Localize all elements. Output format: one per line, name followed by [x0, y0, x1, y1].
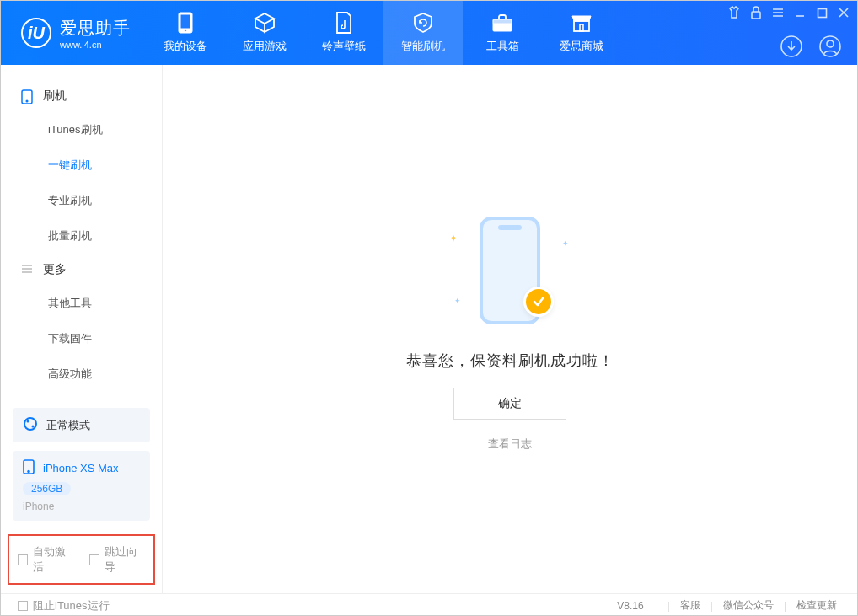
- svg-rect-1: [180, 14, 190, 29]
- svg-rect-5: [574, 21, 589, 31]
- sidebar-item-onekey-flash[interactable]: 一键刷机: [1, 147, 162, 183]
- menu-icon[interactable]: [771, 6, 785, 19]
- tab-apps[interactable]: 应用游戏: [225, 1, 304, 65]
- tab-label: 工具箱: [486, 39, 519, 54]
- footer-link-support[interactable]: 客服: [677, 598, 704, 613]
- phone-icon: [21, 89, 35, 103]
- tab-label: 智能刷机: [401, 39, 445, 54]
- sparkle-icon: ✦: [449, 233, 458, 244]
- svg-rect-4: [493, 19, 512, 24]
- checkbox-block-itunes[interactable]: 阻止iTunes运行: [18, 598, 110, 613]
- tab-toolbox[interactable]: 工具箱: [463, 1, 542, 65]
- app-name: 爱思助手: [60, 17, 131, 40]
- mode-label: 正常模式: [46, 418, 90, 433]
- svg-rect-6: [580, 24, 583, 31]
- footer-link-wechat[interactable]: 微信公众号: [720, 598, 777, 613]
- sidebar-group-flash: 刷机: [1, 80, 162, 112]
- title-bar: iU 爱思助手 www.i4.cn 我的设备 应用游戏 铃声壁纸 智能刷机 工具…: [1, 1, 857, 65]
- tab-flash[interactable]: 智能刷机: [383, 1, 463, 65]
- sparkle-icon: ✦: [562, 239, 569, 248]
- app-logo: iU 爱思助手 www.i4.cn: [1, 17, 146, 50]
- sidebar-item-other-tools[interactable]: 其他工具: [1, 286, 162, 321]
- device-phone-icon: [23, 459, 35, 477]
- mode-icon: [23, 416, 38, 434]
- svg-point-14: [24, 418, 36, 430]
- tab-label: 铃声壁纸: [322, 39, 366, 54]
- device-type: iPhone: [23, 501, 54, 512]
- svg-point-13: [26, 100, 28, 102]
- list-icon: [21, 263, 35, 276]
- app-url: www.i4.cn: [60, 40, 131, 50]
- svg-point-11: [827, 40, 834, 47]
- tab-store[interactable]: 爱思商城: [542, 1, 621, 65]
- lock-icon[interactable]: [749, 6, 763, 19]
- store-icon: [571, 12, 593, 34]
- svg-rect-8: [818, 8, 826, 17]
- toolbox-icon: [491, 12, 513, 34]
- sidebar-item-itunes-flash[interactable]: iTunes刷机: [1, 112, 162, 147]
- shirt-icon[interactable]: [727, 6, 741, 19]
- svg-point-15: [27, 420, 29, 423]
- svg-point-10: [820, 36, 840, 56]
- tab-device[interactable]: 我的设备: [146, 1, 225, 65]
- mode-card[interactable]: 正常模式: [13, 408, 150, 442]
- main-area: ✦ ✦ ✦ 恭喜您，保资料刷机成功啦！ 确定 查看日志: [163, 65, 857, 593]
- group-label: 刷机: [43, 88, 67, 104]
- view-log-link[interactable]: 查看日志: [488, 437, 532, 452]
- user-icon[interactable]: [818, 35, 842, 58]
- success-message: 恭喜您，保资料刷机成功啦！: [406, 351, 614, 371]
- maximize-button[interactable]: [815, 6, 829, 19]
- checkbox-skip-guide[interactable]: 跳过向导: [89, 544, 146, 575]
- svg-point-18: [28, 471, 29, 473]
- svg-rect-7: [752, 12, 760, 19]
- status-bar: 阻止iTunes运行 V8.16 | 客服 | 微信公众号 | 检查更新: [1, 593, 857, 616]
- device-card[interactable]: iPhone XS Max 256GB iPhone: [13, 451, 150, 521]
- close-button[interactable]: [837, 6, 850, 19]
- logo-icon: iU: [21, 18, 51, 48]
- sidebar-item-download-fw[interactable]: 下载固件: [1, 321, 162, 356]
- checkmark-badge-icon: [523, 287, 554, 317]
- svg-point-16: [32, 426, 35, 428]
- svg-point-2: [185, 29, 186, 31]
- checkbox-auto-activate[interactable]: 自动激活: [18, 544, 74, 575]
- footer-link-update[interactable]: 检查更新: [793, 598, 840, 613]
- confirm-button[interactable]: 确定: [453, 388, 566, 420]
- tab-ringtone[interactable]: 铃声壁纸: [304, 1, 383, 65]
- sidebar-group-more: 更多: [1, 254, 162, 286]
- options-highlight: 自动激活 跳过向导: [8, 534, 155, 585]
- download-icon[interactable]: [780, 35, 803, 58]
- tab-label: 应用游戏: [243, 39, 287, 54]
- sidebar-item-batch-flash[interactable]: 批量刷机: [1, 218, 162, 254]
- group-label: 更多: [43, 262, 67, 277]
- shield-refresh-icon: [412, 12, 434, 34]
- sparkle-icon: ✦: [454, 297, 461, 305]
- music-file-icon: [333, 12, 355, 34]
- device-capacity: 256GB: [23, 482, 71, 495]
- device-icon: [174, 12, 196, 34]
- window-controls-row1: [727, 6, 850, 19]
- sidebar: 刷机 iTunes刷机 一键刷机 专业刷机 批量刷机 更多 其他工具 下载固件 …: [1, 65, 163, 593]
- minimize-button[interactable]: [793, 6, 807, 19]
- tab-label: 爱思商城: [560, 39, 603, 54]
- success-illustration: ✦ ✦ ✦: [426, 207, 594, 334]
- tab-label: 我的设备: [164, 39, 207, 54]
- device-name: iPhone XS Max: [43, 462, 119, 474]
- main-tabs: 我的设备 应用游戏 铃声壁纸 智能刷机 工具箱 爱思商城: [146, 1, 621, 65]
- window-controls-row2: [780, 35, 842, 58]
- cube-icon: [254, 12, 276, 34]
- sidebar-item-pro-flash[interactable]: 专业刷机: [1, 183, 162, 218]
- sidebar-item-advanced[interactable]: 高级功能: [1, 356, 162, 392]
- version-label: V8.16: [617, 600, 643, 612]
